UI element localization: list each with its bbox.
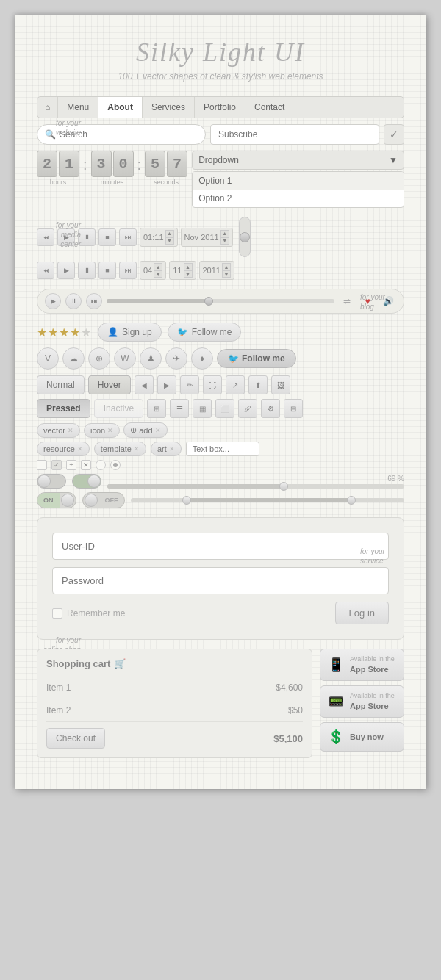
- image-btn[interactable]: 🖼: [271, 375, 290, 394]
- tag-vector[interactable]: vector ✕: [37, 423, 80, 438]
- nav-services[interactable]: Services: [143, 97, 195, 118]
- day-up[interactable]: ▲: [154, 263, 162, 270]
- media-pause-btn-2[interactable]: ⏸: [78, 262, 96, 279]
- remember-checkbox[interactable]: [52, 608, 62, 619]
- tag-close-vector[interactable]: ✕: [68, 427, 74, 434]
- date-up-btn[interactable]: ▲: [220, 230, 229, 237]
- grid-btn[interactable]: ⊞: [147, 399, 166, 418]
- seconds-label: seconds: [145, 179, 187, 186]
- subscribe-button[interactable]: ✓: [384, 124, 404, 145]
- media-fast-forward-btn[interactable]: ⏭: [119, 228, 137, 246]
- app-store-btn-2[interactable]: 📟 Available in the App Store: [320, 685, 404, 718]
- time-down-btn[interactable]: ▼: [165, 237, 174, 245]
- window-btn[interactable]: ⬜: [215, 399, 234, 418]
- tag-resource[interactable]: resource ✕: [37, 442, 90, 456]
- export-btn[interactable]: ↗: [226, 375, 245, 394]
- year-up[interactable]: ▲: [222, 263, 231, 270]
- blog-shuffle-btn[interactable]: ⇌: [339, 293, 355, 309]
- horizontal-slider[interactable]: [107, 484, 404, 489]
- time-up-btn[interactable]: ▲: [165, 230, 174, 237]
- pressed-button[interactable]: Pressed: [37, 399, 90, 418]
- media-stop-btn-2[interactable]: ■: [98, 262, 116, 279]
- checkout-button[interactable]: Check out: [46, 728, 105, 749]
- toggle-2[interactable]: [72, 474, 101, 489]
- dribbble-icon[interactable]: ⊕: [88, 347, 110, 370]
- media-rewind-btn-2[interactable]: ⏮: [37, 262, 54, 279]
- dropdown-option-2[interactable]: Option 2: [193, 190, 404, 207]
- follow-button-1[interactable]: 🐦 Follow me: [168, 323, 242, 342]
- tag-close-icon[interactable]: ✕: [107, 427, 113, 434]
- hover-button[interactable]: Hover: [88, 375, 131, 394]
- settings-btn[interactable]: ⚙: [261, 399, 280, 418]
- year-down[interactable]: ▼: [222, 270, 231, 278]
- blog-play-btn[interactable]: ▶: [45, 293, 61, 309]
- blog-ff-btn[interactable]: ⏭: [86, 293, 102, 309]
- login-button[interactable]: Log in: [335, 602, 389, 624]
- tag-close-resource[interactable]: ✕: [77, 445, 83, 453]
- tag-close-template[interactable]: ✕: [134, 445, 140, 453]
- day-down[interactable]: ▼: [154, 270, 162, 278]
- pencil-btn[interactable]: ✏: [180, 375, 199, 394]
- cart-icon: 🛒: [114, 658, 126, 669]
- range-slider[interactable]: [131, 498, 405, 502]
- tag-icon[interactable]: icon ✕: [84, 423, 120, 438]
- tag-template[interactable]: template ✕: [94, 442, 146, 456]
- radio-empty[interactable]: [96, 460, 106, 470]
- month-up[interactable]: ▲: [184, 263, 193, 270]
- text-box-input[interactable]: [186, 442, 259, 456]
- checkbox-empty-1[interactable]: [37, 460, 47, 470]
- twitter-icon[interactable]: ♦: [191, 347, 213, 370]
- table-btn[interactable]: ▦: [193, 399, 212, 418]
- cloud-icon[interactable]: ☁: [62, 347, 85, 370]
- checkbox-x[interactable]: ✕: [81, 460, 91, 470]
- subscribe-input[interactable]: [218, 129, 371, 140]
- password-input[interactable]: [52, 567, 389, 594]
- dropdown-button[interactable]: Dropdown ▼: [192, 151, 404, 170]
- upload-btn[interactable]: ⬆: [248, 375, 268, 394]
- tag-close-art[interactable]: ✕: [169, 445, 175, 453]
- follow-button-solid[interactable]: 🐦 Follow me: [217, 349, 296, 368]
- toggle-off[interactable]: OFF: [82, 492, 125, 508]
- blog-progress[interactable]: [107, 299, 334, 303]
- checkbox-checked-1[interactable]: ✓: [51, 460, 62, 470]
- app-store-btn-1[interactable]: 📱 Available in the App Store: [320, 649, 404, 681]
- tag-close-add[interactable]: ✕: [155, 427, 161, 434]
- nav-menu[interactable]: Menu: [58, 97, 98, 118]
- toggle-1[interactable]: [37, 474, 66, 489]
- blog-pause-btn[interactable]: ⏸: [65, 293, 82, 309]
- month-down[interactable]: ▼: [184, 270, 193, 278]
- signup-button[interactable]: 👤 Sign up: [98, 323, 162, 342]
- tag-art[interactable]: art ✕: [151, 442, 182, 456]
- nav-about[interactable]: About: [98, 97, 143, 118]
- radio-selected[interactable]: [110, 460, 121, 470]
- arrow-right-btn[interactable]: ▶: [157, 375, 176, 394]
- nav-portfolio[interactable]: Portfolio: [195, 97, 245, 118]
- vertical-slider[interactable]: [239, 217, 251, 257]
- checkbox-plus[interactable]: +: [66, 460, 76, 470]
- nav-home[interactable]: ⌂: [37, 97, 58, 118]
- range-right-thumb[interactable]: [347, 496, 356, 505]
- buy-now-button[interactable]: 💲 Buy now: [320, 722, 404, 752]
- wordpress-icon[interactable]: W: [114, 347, 136, 370]
- media-stop-btn[interactable]: ■: [98, 228, 116, 246]
- media-ff-btn-2[interactable]: ⏭: [119, 262, 137, 279]
- fullscreen-btn[interactable]: ⛶: [203, 375, 222, 394]
- dropdown-option-1[interactable]: Option 1: [193, 172, 404, 190]
- adjust-btn[interactable]: ⊟: [284, 399, 303, 418]
- slider-thumb[interactable]: [279, 482, 288, 491]
- vimeo-icon[interactable]: V: [37, 347, 59, 370]
- media-play-btn-2[interactable]: ▶: [57, 262, 75, 279]
- star-rating[interactable]: ★★★★★: [37, 325, 92, 339]
- tag-add[interactable]: ⊕ add ✕: [123, 422, 167, 438]
- range-left-thumb[interactable]: [182, 496, 191, 505]
- edit-btn[interactable]: 🖊: [238, 399, 257, 418]
- game-icon[interactable]: ♟: [140, 347, 162, 370]
- date-down-btn[interactable]: ▼: [220, 237, 229, 245]
- nav-contact[interactable]: Contact: [245, 97, 293, 118]
- userid-input[interactable]: [52, 533, 389, 560]
- list-btn[interactable]: ☰: [170, 399, 189, 418]
- normal-button[interactable]: Normal: [37, 375, 85, 394]
- plane-icon[interactable]: ✈: [165, 347, 187, 370]
- arrow-left-btn[interactable]: ◀: [135, 375, 154, 394]
- toggle-on[interactable]: ON: [37, 492, 76, 508]
